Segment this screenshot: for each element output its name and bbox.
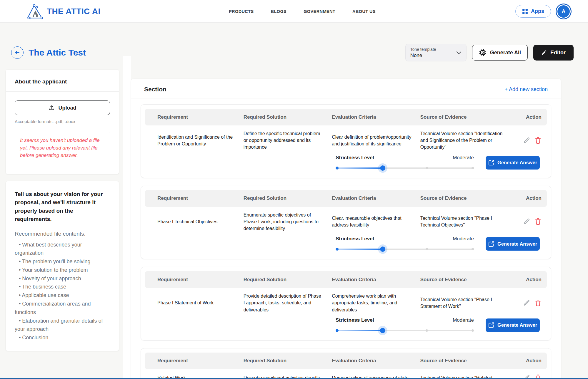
list-item: What best describes your organization: [15, 241, 110, 258]
recommended-contents-list: What best describes your organizationThe…: [15, 241, 110, 342]
nav-link-government[interactable]: GOVERNMENT: [304, 9, 335, 14]
column-header-requirement: Requirement: [145, 277, 244, 283]
apps-button-label: Apps: [531, 8, 544, 14]
brand-logo[interactable]: THE ATTIC AI: [26, 0, 101, 23]
column-header-evaluation-criteria: Evaluation Criteria: [332, 195, 420, 201]
delete-button[interactable]: [534, 299, 542, 307]
generate-answer-label: Generate Answer: [497, 160, 537, 165]
strictness-slider[interactable]: [336, 246, 474, 252]
page-header: The Attic Test Tone template None: [11, 43, 574, 62]
column-header-required-solution: Required Solution: [244, 114, 332, 120]
source-of-evidence-cell: Technical Volume section "Identification…: [420, 130, 519, 151]
strictness-slider[interactable]: [336, 165, 474, 171]
strictness-block: Strictness Level Moderate: [336, 155, 474, 171]
strictness-row: Strictness Level Moderate: [145, 236, 547, 252]
requirement-card: Requirement Required Solution Evaluation…: [141, 104, 551, 178]
generate-answer-button[interactable]: Generate Answer: [486, 156, 540, 170]
requirement-card: Requirement Required Solution Evaluation…: [141, 186, 551, 259]
trash-icon: [534, 137, 542, 144]
column-header-required-solution: Required Solution: [244, 277, 332, 283]
list-item: Applicable use case: [15, 291, 110, 300]
table-header-row: Requirement Required Solution Evaluation…: [145, 190, 547, 207]
slider-fill: [336, 330, 383, 331]
header-actions: Tone template None Generate: [405, 44, 574, 61]
strictness-slider[interactable]: [336, 328, 474, 333]
column-header-action: Action: [519, 195, 547, 201]
column-header-action: Action: [519, 114, 547, 120]
page: THE ATTIC AI PRODUCTSBLOGSGOVERNMENTABOU…: [0, 0, 588, 379]
strictness-block: Strictness Level Moderate: [336, 317, 474, 333]
section-title: Section: [144, 86, 166, 93]
back-button[interactable]: [11, 46, 24, 59]
generate-all-button[interactable]: Generate All: [472, 45, 528, 61]
section-panel: Section + Add new section Requirement Re…: [131, 79, 561, 379]
chevron-down-icon: [456, 51, 462, 54]
requirement-cards: Requirement Required Solution Evaluation…: [131, 98, 561, 379]
slider-step-dot: [426, 248, 428, 250]
required-solution-cell: Provide detailed description of Phase I …: [244, 293, 332, 313]
column-header-source-of-evidence: Source of Evidence: [420, 195, 519, 201]
chip-icon: [479, 49, 487, 56]
slider-thumb[interactable]: [380, 328, 385, 333]
section-header: Section + Add new section: [131, 79, 561, 98]
list-item: The business case: [15, 283, 110, 291]
generate-answer-button[interactable]: Generate Answer: [486, 237, 540, 251]
slider-end-dot: [472, 329, 474, 332]
pencil-icon: [523, 300, 530, 306]
column-header-requirement: Requirement: [145, 358, 244, 364]
list-item: Novelty of your approach: [15, 274, 110, 283]
upload-button[interactable]: Upload: [15, 100, 110, 115]
strictness-value: Moderate: [453, 317, 474, 323]
export-arrow-icon: [488, 160, 494, 166]
slider-start-dot: [336, 167, 339, 170]
source-of-evidence-cell: Technical Volume section "Phase I Statem…: [420, 296, 519, 310]
slider-start-dot: [336, 248, 339, 251]
edit-button[interactable]: [523, 218, 530, 225]
table-header-row: Requirement Required Solution Evaluation…: [145, 271, 547, 288]
main-nav-links: PRODUCTSBLOGSGOVERNMENTABOUT US: [229, 0, 376, 23]
column-header-action: Action: [519, 277, 547, 283]
accepted-formats-note: Acceptable formats: .pdf, .docx: [15, 119, 110, 124]
required-solution-cell: Enumerate specific objectives of Phase I…: [244, 212, 332, 232]
column-header-evaluation-criteria: Evaluation Criteria: [332, 114, 420, 120]
slider-thumb[interactable]: [380, 246, 385, 252]
list-item: Your solution to the problem: [15, 266, 110, 274]
slider-start-dot: [336, 329, 339, 332]
scrollbar-track[interactable]: [123, 56, 131, 379]
brand-text: THE ATTIC AI: [47, 7, 101, 16]
nav-link-about-us[interactable]: ABOUT US: [352, 9, 376, 14]
nav-right: Apps A: [515, 0, 572, 23]
tone-template-value: None: [410, 53, 436, 58]
edit-button[interactable]: [523, 300, 530, 306]
divider: [6, 91, 119, 92]
table-header-row: Requirement Required Solution Evaluation…: [145, 109, 547, 125]
strictness-label: Strictness Level: [336, 317, 374, 323]
add-new-section-link[interactable]: + Add new section: [504, 86, 548, 93]
slider-fill: [336, 167, 383, 169]
column-header-required-solution: Required Solution: [244, 358, 332, 364]
export-arrow-icon: [488, 322, 494, 328]
top-nav: THE ATTIC AI PRODUCTSBLOGSGOVERNMENTABOU…: [0, 0, 588, 23]
action-cell: [519, 218, 547, 225]
nav-link-products[interactable]: PRODUCTS: [229, 9, 254, 14]
list-item: Elaboration and granular details of your…: [15, 317, 110, 334]
evaluation-criteria-cell: Clear definition of problem/opportunity …: [332, 134, 420, 147]
delete-button[interactable]: [534, 218, 542, 225]
required-solution-cell: Define the specific technical problem or…: [244, 130, 332, 151]
slider-thumb[interactable]: [380, 165, 385, 171]
requirement-card: Requirement Required Solution Evaluation…: [141, 267, 551, 341]
tone-template-select[interactable]: Tone template None: [405, 44, 467, 61]
avatar[interactable]: A: [556, 4, 572, 19]
requirement-cell: Phase I Technical Objectives: [145, 218, 244, 225]
editor-button[interactable]: Editor: [533, 45, 574, 61]
pencil-icon: [523, 218, 530, 225]
pencil-icon: [523, 137, 530, 144]
generate-answer-button[interactable]: Generate Answer: [486, 318, 540, 332]
table-row: Related Work Describe significant activi…: [145, 369, 547, 379]
apps-button[interactable]: Apps: [515, 5, 551, 18]
table-row: Phase I Technical Objectives Enumerate s…: [145, 207, 547, 233]
edit-button[interactable]: [523, 137, 530, 144]
arrow-left-icon: [14, 49, 21, 56]
delete-button[interactable]: [534, 137, 542, 144]
nav-link-blogs[interactable]: BLOGS: [271, 9, 287, 14]
